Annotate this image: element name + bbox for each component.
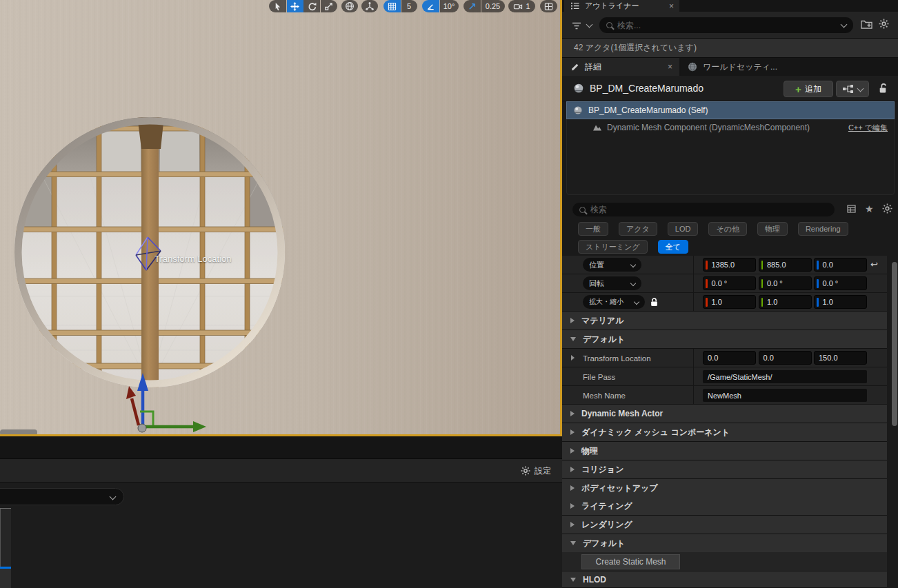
- rotation-z-field[interactable]: 0.0 °: [814, 276, 867, 290]
- section-material[interactable]: マテリアル: [562, 312, 887, 330]
- viewport-layout-button[interactable]: [540, 0, 557, 12]
- filter-physics[interactable]: 物理: [757, 222, 788, 236]
- edit-cpp-link[interactable]: C++ で編集: [848, 123, 888, 133]
- camera-speed-button[interactable]: 1: [508, 0, 535, 12]
- gizmo-label: Transform Location: [154, 254, 232, 264]
- favorites-star-icon[interactable]: ★: [865, 204, 874, 214]
- tab-details-label: 詳細: [585, 61, 601, 73]
- scale-tool-button[interactable]: [321, 0, 337, 12]
- details-search[interactable]: [572, 203, 835, 216]
- tab-world-settings[interactable]: ワールドセッティ...: [681, 58, 800, 76]
- filter-all[interactable]: 全て: [658, 240, 688, 254]
- transform-location-y-field[interactable]: 0.0: [759, 351, 812, 365]
- outliner-search-input[interactable]: [617, 21, 837, 30]
- filter-lod[interactable]: LOD: [668, 222, 699, 236]
- filter-icon[interactable]: [572, 21, 581, 33]
- create-static-mesh-button[interactable]: Create Static Mesh: [581, 554, 680, 569]
- details-search-input[interactable]: [590, 205, 828, 214]
- tab-world-label: ワールドセッティ...: [703, 61, 777, 73]
- asset-thumbnail: [0, 509, 11, 567]
- path-dropdown[interactable]: [0, 488, 124, 505]
- world-space-button[interactable]: [341, 0, 358, 12]
- gear-icon: [521, 466, 530, 476]
- angle-snap-button[interactable]: [422, 0, 439, 12]
- row-mesh-name: Mesh Name NewMesh: [562, 386, 887, 405]
- filter-streaming[interactable]: ストリーミング: [578, 240, 648, 254]
- mesh-name-field[interactable]: NewMesh: [703, 389, 867, 402]
- filter-chevron-icon[interactable]: [586, 21, 593, 28]
- viewport-3d[interactable]: Transform Location 5 10° 0.25 1: [0, 0, 562, 436]
- new-folder-icon[interactable]: [861, 19, 872, 32]
- reset-location-icon[interactable]: ↩: [870, 259, 878, 270]
- world-icon: [688, 62, 697, 72]
- location-y-field[interactable]: 885.0: [759, 258, 812, 272]
- camera-icon: [513, 2, 523, 11]
- filter-actor[interactable]: アクタ: [619, 222, 657, 236]
- add-component-button[interactable]: +追加: [784, 81, 833, 97]
- search-options-chevron-icon[interactable]: [841, 21, 848, 28]
- select-tool-button[interactable]: [269, 0, 286, 12]
- scale-y-field[interactable]: 1.0: [759, 295, 812, 309]
- display-options-icon[interactable]: [846, 204, 857, 214]
- section-dynamic-mesh-component[interactable]: ダイナミック メッシュ コンポーネント: [562, 423, 887, 442]
- filter-misc[interactable]: その他: [708, 222, 747, 236]
- scale-snap-button[interactable]: [463, 0, 481, 12]
- settings-button[interactable]: 設定: [521, 459, 551, 483]
- filter-general[interactable]: 一般: [578, 222, 608, 236]
- scale-dropdown[interactable]: 拡大・縮小: [583, 295, 645, 309]
- section-body-setup[interactable]: ボディセットアップ: [562, 479, 887, 498]
- details-settings-gear-icon[interactable]: [882, 203, 892, 214]
- row-file-pass: File Pass /Game/StaticMesh/: [562, 367, 887, 386]
- pencil-icon: [570, 63, 579, 72]
- row-create-static-mesh: Create Static Mesh: [562, 552, 887, 571]
- section-hlod[interactable]: HLOD: [562, 571, 887, 588]
- rotation-y-field[interactable]: 0.0 °: [759, 276, 812, 290]
- section-rendering[interactable]: レンダリング: [562, 516, 887, 534]
- transform-location-x-field[interactable]: 0.0: [703, 351, 756, 365]
- scale-x-field[interactable]: 1.0: [703, 295, 756, 309]
- grid-snap-button[interactable]: [383, 0, 401, 12]
- rotate-tool-button[interactable]: [303, 0, 320, 12]
- scale-snap-value[interactable]: 0.25: [481, 0, 505, 12]
- asset-tile[interactable]: [0, 508, 11, 588]
- filter-row-2: ストリーミング 全て: [578, 240, 699, 254]
- outliner-search[interactable]: [599, 17, 853, 33]
- file-pass-field[interactable]: /Game/StaticMesh/: [703, 370, 867, 383]
- unlock-icon[interactable]: [879, 83, 888, 94]
- tab-outliner-close-icon[interactable]: ×: [669, 2, 674, 10]
- expand-transform-location-icon[interactable]: [571, 355, 575, 361]
- tab-details[interactable]: 詳細 ×: [562, 58, 679, 76]
- blueprint-edit-button[interactable]: [836, 81, 869, 97]
- location-z-field[interactable]: 0.0: [814, 258, 867, 272]
- tab-details-close-icon[interactable]: ×: [668, 63, 672, 71]
- details-header: BP_DM_CreateMarumado +追加: [562, 76, 898, 101]
- tree-row-component[interactable]: Dynamic Mesh Component (DynamicMeshCompo…: [566, 119, 895, 136]
- rotation-dropdown[interactable]: 回転: [583, 276, 641, 290]
- row-location: 位置 1385.0 885.0 0.0 ↩: [562, 256, 887, 274]
- filter-rendering[interactable]: Rendering: [798, 222, 848, 236]
- tree-row-self[interactable]: BP_DM_CreateMarumado (Self): [566, 101, 895, 119]
- section-collision[interactable]: コリジョン: [562, 460, 887, 479]
- actor-icon: [573, 83, 584, 94]
- details-scrollbar-thumb[interactable]: [892, 262, 897, 426]
- location-x-field[interactable]: 1385.0: [703, 258, 756, 272]
- angle-snap-value[interactable]: 10°: [440, 0, 459, 12]
- scale-z-field[interactable]: 1.0: [814, 295, 867, 309]
- section-default-1[interactable]: デフォルト: [562, 330, 887, 349]
- section-lighting[interactable]: ライティング: [562, 497, 887, 516]
- scale-lock-icon[interactable]: [650, 298, 658, 307]
- rotation-x-field[interactable]: 0.0 °: [703, 276, 756, 290]
- section-dynamic-mesh-actor[interactable]: Dynamic Mesh Actor: [562, 405, 887, 423]
- section-default-2[interactable]: デフォルト: [562, 534, 887, 553]
- outliner-settings-gear-icon[interactable]: [879, 19, 889, 32]
- outliner-status: 42 アクタ(1個選択されています): [562, 39, 898, 58]
- tab-outliner[interactable]: アウトライナー ×: [564, 0, 679, 12]
- transform-location-z-field[interactable]: 150.0: [814, 351, 867, 365]
- surface-snap-button[interactable]: [361, 0, 378, 12]
- location-dropdown[interactable]: 位置: [583, 258, 641, 272]
- list-icon: [571, 2, 579, 10]
- move-tool-button[interactable]: [287, 0, 303, 12]
- node-graph-icon: [843, 85, 854, 93]
- grid-snap-value[interactable]: 5: [401, 0, 417, 12]
- section-physics[interactable]: 物理: [562, 442, 887, 460]
